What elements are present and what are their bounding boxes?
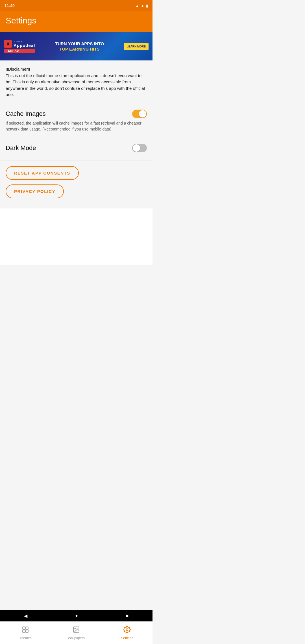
battery-icon: ▮ <box>146 4 148 8</box>
status-time: 11:40 <box>5 3 15 8</box>
reset-consents-button[interactable]: RESET APP CONSENTS <box>6 166 79 180</box>
status-bar: 11:40 ▲ ▲ ▮ <box>0 0 152 11</box>
ad-banner[interactable]: 📱 Stack Appodeal TEST AD TURN YOUR APPS … <box>0 32 152 60</box>
signal-icon: ▲ <box>141 4 144 8</box>
cache-images-description: If selected, the application will cache … <box>6 120 147 132</box>
ad-logo: 📱 Stack Appodeal <box>4 40 35 48</box>
privacy-policy-button[interactable]: PRIVACY POLICY <box>6 184 64 198</box>
ad-learn-more-button[interactable]: LEARN MORE <box>124 43 149 50</box>
dark-mode-toggle-thumb <box>133 144 140 152</box>
ad-logo-icon: 📱 <box>4 40 12 48</box>
ad-logo-text: Appodeal <box>14 43 35 48</box>
main-content: 📱 Stack Appodeal TEST AD TURN YOUR APPS … <box>0 32 152 299</box>
ad-stack-label: Stack <box>14 40 35 43</box>
ad-test-label: TEST AD <box>4 49 35 53</box>
ad-middle-text: TURN YOUR APPS INTOTOP EARNING HITS <box>55 41 104 52</box>
content-spacer <box>0 208 152 265</box>
dark-mode-header: Dark Mode <box>6 144 147 152</box>
wifi-icon: ▲ <box>135 4 139 8</box>
cache-images-setting: Cache Images If selected, the applicatio… <box>0 104 152 138</box>
dark-mode-setting: Dark Mode <box>0 138 152 160</box>
buttons-section: RESET APP CONSENTS PRIVACY POLICY <box>0 160 152 208</box>
status-icons: ▲ ▲ ▮ <box>135 4 148 8</box>
dark-mode-toggle[interactable] <box>132 144 147 152</box>
page-header: Settings <box>0 11 152 32</box>
cache-images-toggle[interactable] <box>132 110 147 118</box>
page-title: Settings <box>6 16 147 25</box>
cache-images-label: Cache Images <box>6 110 46 118</box>
dark-mode-label: Dark Mode <box>6 144 36 152</box>
disclaimer-section: !!Disclaimer!!This is not the official t… <box>0 60 152 104</box>
cache-images-header: Cache Images <box>6 110 147 118</box>
disclaimer-text: !!Disclaimer!!This is not the official t… <box>6 66 147 98</box>
cache-images-toggle-thumb <box>139 110 146 118</box>
ad-left: 📱 Stack Appodeal TEST AD <box>4 40 35 53</box>
